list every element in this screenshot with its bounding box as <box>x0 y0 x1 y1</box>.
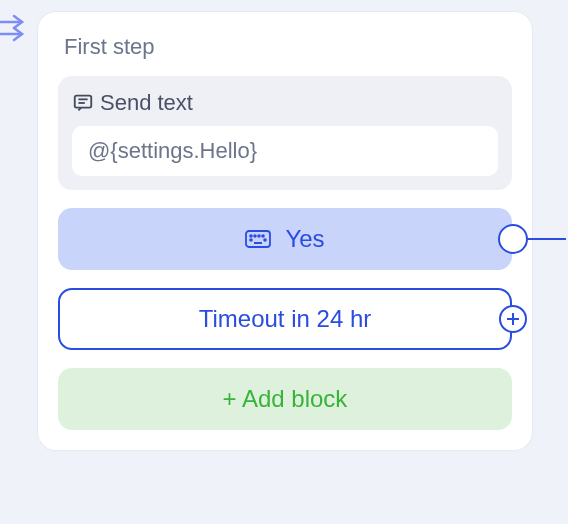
add-block-label: + Add block <box>223 385 348 413</box>
option-yes-label: Yes <box>285 225 324 253</box>
step-card: First step Send text @{settings.Hello} <box>38 12 532 450</box>
option-timeout-row: Timeout in 24 hr <box>58 288 512 350</box>
svg-point-7 <box>255 235 257 237</box>
yes-output-port[interactable] <box>498 224 528 254</box>
send-text-block[interactable]: Send text @{settings.Hello} <box>58 76 512 190</box>
svg-point-8 <box>259 235 261 237</box>
option-timeout-label: Timeout in 24 hr <box>199 305 372 333</box>
step-title: First step <box>64 34 512 60</box>
svg-point-9 <box>263 235 265 237</box>
svg-point-10 <box>251 239 253 241</box>
send-text-header: Send text <box>72 90 498 116</box>
svg-point-6 <box>251 235 253 237</box>
send-text-label: Send text <box>100 90 193 116</box>
option-timeout-button[interactable]: Timeout in 24 hr <box>58 288 512 350</box>
send-text-input[interactable]: @{settings.Hello} <box>72 126 498 176</box>
svg-point-11 <box>265 239 267 241</box>
keyboard-icon <box>245 230 271 248</box>
yes-connector-line <box>526 238 566 240</box>
add-block-button[interactable]: + Add block <box>58 368 512 430</box>
option-yes-button[interactable]: Yes <box>58 208 512 270</box>
entry-arrow-icon <box>0 14 34 44</box>
option-yes-row: Yes <box>58 208 512 270</box>
svg-rect-2 <box>75 96 92 108</box>
message-icon <box>72 92 94 114</box>
timeout-add-port[interactable] <box>499 305 527 333</box>
